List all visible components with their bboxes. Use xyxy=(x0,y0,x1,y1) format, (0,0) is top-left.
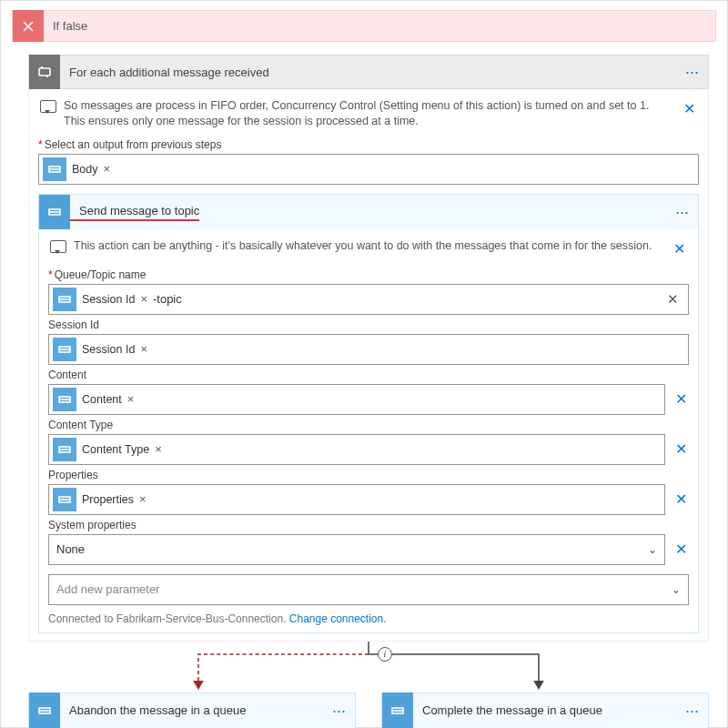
session-id-token[interactable]: Session Id × xyxy=(53,287,147,312)
content-type-label: Content Type xyxy=(48,419,689,431)
session-id-label: Session Id xyxy=(48,318,689,331)
body-token[interactable]: Body × xyxy=(43,157,110,182)
properties-token[interactable]: Properties × xyxy=(53,487,147,512)
session-id-field[interactable]: Session Id × xyxy=(48,334,689,365)
system-properties-label: System properties xyxy=(48,519,689,531)
send-message-menu-button[interactable]: ··· xyxy=(666,206,698,218)
servicebus-icon xyxy=(382,693,413,728)
remove-token-icon[interactable]: × xyxy=(140,342,147,356)
foreach-body: So messages are process in FIFO order, C… xyxy=(28,89,709,642)
select-output-field[interactable]: Body × xyxy=(38,154,699,185)
queue-topic-suffix: -topic xyxy=(153,292,182,306)
session-id-token[interactable]: Session Id × xyxy=(53,337,147,362)
queue-topic-field[interactable]: Session Id × -topic ✕ xyxy=(48,284,689,315)
loop-icon xyxy=(29,55,60,89)
close-icon[interactable] xyxy=(13,10,44,42)
comment-icon xyxy=(40,100,56,113)
foreach-title: For each additional message received xyxy=(60,66,676,79)
abandon-title: Abandon the message in a queue xyxy=(60,703,323,717)
foreach-menu-button[interactable]: ··· xyxy=(676,66,708,78)
dismiss-note-button[interactable]: ✕ xyxy=(680,98,699,119)
servicebus-icon xyxy=(53,288,76,311)
servicebus-icon xyxy=(29,693,60,728)
send-note-text: This action can be anything - it's basic… xyxy=(74,238,662,254)
remove-token-icon[interactable]: × xyxy=(104,162,111,176)
content-type-token[interactable]: Content Type × xyxy=(53,437,162,462)
foreach-note-text: So messages are process in FIFO order, C… xyxy=(64,98,672,129)
clear-field-button[interactable]: ✕ xyxy=(667,291,684,308)
send-message-title: Send message to topic xyxy=(70,204,199,221)
run-after-info-icon[interactable]: i xyxy=(378,647,392,662)
connection-text: Connected to Fabrikam-Service-Bus-Connec… xyxy=(48,612,689,625)
complete-menu-button[interactable]: ··· xyxy=(676,704,708,717)
complete-title: Complete the message in a queue xyxy=(413,703,676,717)
chevron-down-icon: ⌄ xyxy=(672,583,681,596)
servicebus-icon xyxy=(39,195,70,229)
change-connection-link[interactable]: Change connection. xyxy=(289,612,387,625)
abandon-action[interactable]: Abandon the message in a queue ··· xyxy=(28,693,356,728)
remove-param-button[interactable]: ✕ xyxy=(672,390,689,408)
remove-param-button[interactable]: ✕ xyxy=(672,490,689,508)
properties-field[interactable]: Properties × xyxy=(48,484,665,515)
remove-param-button[interactable]: ✕ xyxy=(672,440,689,458)
remove-token-icon[interactable]: × xyxy=(155,442,162,456)
content-label: Content xyxy=(48,369,689,381)
queue-topic-label: *Queue/Topic name xyxy=(48,268,689,281)
run-after-arrows: i xyxy=(28,642,709,693)
abandon-menu-button[interactable]: ··· xyxy=(323,704,355,717)
remove-token-icon[interactable]: × xyxy=(127,392,135,406)
servicebus-icon xyxy=(53,438,76,461)
send-message-card: Send message to topic ··· This action ca… xyxy=(38,194,699,633)
chevron-down-icon: ⌄ xyxy=(648,543,657,556)
if-false-title: If false xyxy=(44,19,87,33)
svg-rect-2 xyxy=(39,68,50,76)
foreach-header[interactable]: For each additional message received ··· xyxy=(28,55,709,89)
remove-token-icon[interactable]: × xyxy=(140,292,147,306)
servicebus-icon xyxy=(53,388,76,411)
system-properties-select[interactable]: None ⌄ xyxy=(48,534,665,565)
servicebus-icon xyxy=(53,338,76,361)
dismiss-note-button[interactable]: ✕ xyxy=(670,238,689,259)
send-note: This action can be anything - it's basic… xyxy=(48,235,689,265)
comment-icon xyxy=(50,240,66,253)
send-message-header[interactable]: Send message to topic ··· xyxy=(39,195,698,229)
foreach-note: So messages are process in FIFO order, C… xyxy=(38,95,699,135)
content-field[interactable]: Content × xyxy=(48,384,665,415)
complete-action[interactable]: Complete the message in a queue ··· xyxy=(381,693,709,728)
if-false-header[interactable]: If false xyxy=(12,10,716,42)
content-token[interactable]: Content × xyxy=(53,387,134,412)
servicebus-icon xyxy=(43,157,66,181)
properties-label: Properties xyxy=(48,469,689,481)
select-output-label: *Select an output from previous steps xyxy=(38,138,699,151)
remove-token-icon[interactable]: × xyxy=(139,492,147,506)
add-parameter-select[interactable]: Add new parameter ⌄ xyxy=(48,574,689,605)
content-type-field[interactable]: Content Type × xyxy=(48,434,665,465)
remove-param-button[interactable]: ✕ xyxy=(672,541,689,558)
servicebus-icon xyxy=(53,488,76,511)
